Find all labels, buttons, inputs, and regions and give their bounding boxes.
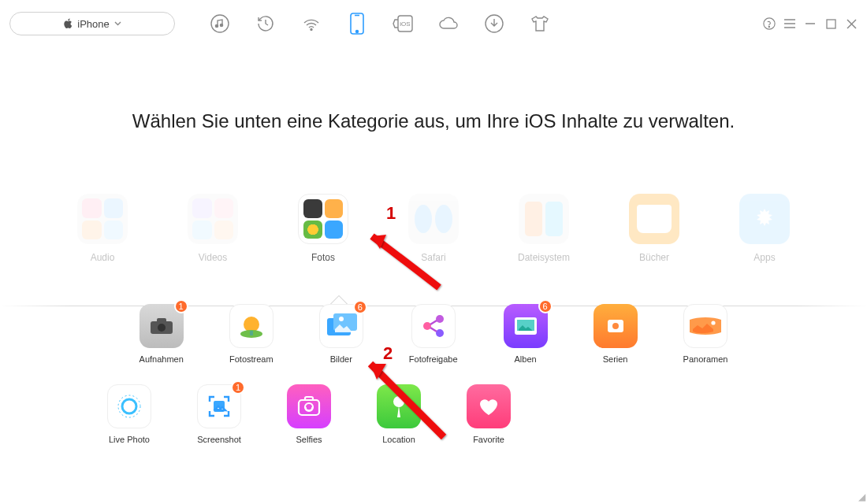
svg-point-37 xyxy=(711,321,715,324)
sub-location[interactable]: Location xyxy=(377,384,421,444)
badge: 1 xyxy=(174,299,188,313)
category-fotos[interactable]: Fotos xyxy=(294,194,352,263)
svg-point-38 xyxy=(122,399,136,413)
music-icon[interactable] xyxy=(208,12,232,35)
sub-label: Bilder xyxy=(330,354,352,364)
sub-fotostream[interactable]: Fotostream xyxy=(229,304,273,364)
sub-aufnahmen[interactable]: 1 Aufnahmen xyxy=(140,304,184,364)
category-label: Apps xyxy=(754,252,775,263)
svg-point-0 xyxy=(211,15,229,32)
subcategory-row-1: 1 Aufnahmen Fotostream 6 Bilder Fotofrei… xyxy=(0,304,867,364)
svg-point-30 xyxy=(436,329,444,337)
window-controls xyxy=(763,17,858,30)
svg-point-21 xyxy=(158,324,166,332)
sub-serien[interactable]: Serien xyxy=(594,304,638,364)
help-icon[interactable] xyxy=(763,17,776,30)
cloud-icon[interactable] xyxy=(437,12,460,35)
category-audio[interactable]: Audio xyxy=(73,194,132,263)
sub-label: Location xyxy=(382,435,415,444)
sub-favorite[interactable]: Favorite xyxy=(467,384,511,444)
svg-point-3 xyxy=(311,29,312,31)
sub-label: Selfies xyxy=(296,435,322,444)
sub-label: Live Photo xyxy=(109,435,150,444)
category-apps[interactable]: Apps xyxy=(735,194,794,263)
toolbar-icons: iOS xyxy=(208,12,552,35)
wifi-icon[interactable] xyxy=(300,12,323,35)
sub-label: Alben xyxy=(515,354,537,364)
page-headline: Wählen Sie unten eine Kategorie aus, um … xyxy=(0,110,867,132)
category-buecher[interactable]: Bücher xyxy=(625,194,683,263)
phone-icon[interactable] xyxy=(345,12,369,35)
category-dateisystem[interactable]: Dateisystem xyxy=(515,194,573,263)
sub-label: Screenshot xyxy=(197,435,241,444)
sub-label: Serien xyxy=(603,354,628,364)
svg-point-1 xyxy=(215,24,218,27)
toolbar: iPhone iOS xyxy=(0,0,867,47)
category-label: Safari xyxy=(421,252,445,263)
svg-point-28 xyxy=(423,322,431,330)
sub-label: Fotofreigabe xyxy=(409,354,458,364)
category-safari[interactable]: Safari xyxy=(404,194,463,263)
svg-point-5 xyxy=(356,31,359,33)
svg-point-27 xyxy=(339,317,344,321)
sub-screenshot[interactable]: 1 Screenshot xyxy=(197,384,241,444)
category-label: Videos xyxy=(199,252,227,263)
sub-selfies[interactable]: Selfies xyxy=(287,384,331,444)
sub-alben[interactable]: 6 Alben xyxy=(504,304,548,364)
tshirt-icon[interactable] xyxy=(528,12,552,35)
sub-label: Favorite xyxy=(473,435,504,444)
ios-transfer-icon[interactable]: iOS xyxy=(391,12,415,35)
sub-fotofreigabe[interactable]: Fotofreigabe xyxy=(409,304,458,364)
svg-line-31 xyxy=(430,321,437,324)
svg-point-36 xyxy=(612,323,619,329)
sub-label: Aufnahmen xyxy=(140,354,184,364)
device-label: iPhone xyxy=(77,18,109,30)
category-videos[interactable]: Videos xyxy=(184,194,242,263)
subcategory-row-2: Live Photo 1 Screenshot Selfies Location… xyxy=(0,384,867,444)
svg-point-2 xyxy=(220,24,222,26)
svg-rect-41 xyxy=(299,400,319,415)
sub-bilder[interactable]: 6 Bilder xyxy=(319,304,363,364)
chevron-down-icon xyxy=(114,21,121,26)
sub-label: Fotostream xyxy=(229,354,273,364)
apple-icon xyxy=(63,18,73,29)
category-label: Bücher xyxy=(639,252,669,263)
category-label: Audio xyxy=(91,252,115,263)
svg-point-11 xyxy=(768,26,769,27)
close-icon[interactable] xyxy=(845,17,858,30)
download-icon[interactable] xyxy=(482,12,506,35)
svg-rect-16 xyxy=(827,20,835,28)
sub-label: Panoramen xyxy=(683,354,728,364)
resize-grip-icon[interactable]: ◢ xyxy=(858,491,865,502)
badge: 6 xyxy=(353,300,367,314)
badge: 6 xyxy=(538,299,553,313)
svg-point-43 xyxy=(393,396,404,407)
maximize-icon[interactable] xyxy=(824,17,837,30)
badge: 1 xyxy=(231,380,245,395)
svg-point-29 xyxy=(436,315,444,323)
svg-rect-20 xyxy=(157,318,166,323)
sub-panoramen[interactable]: Panoramen xyxy=(683,304,728,364)
svg-text:iOS: iOS xyxy=(400,20,410,28)
device-selector[interactable]: iPhone xyxy=(9,12,175,35)
svg-rect-24 xyxy=(250,331,253,335)
category-label: Fotos xyxy=(311,252,335,263)
svg-line-32 xyxy=(430,328,437,332)
minimize-icon[interactable] xyxy=(804,17,817,30)
category-row: Audio Videos Fotos Safari Dateisystem Bü… xyxy=(0,194,867,263)
category-label: Dateisystem xyxy=(518,252,570,263)
history-icon[interactable] xyxy=(254,12,277,35)
menu-icon[interactable] xyxy=(783,17,796,30)
sub-livephoto[interactable]: Live Photo xyxy=(107,384,151,444)
